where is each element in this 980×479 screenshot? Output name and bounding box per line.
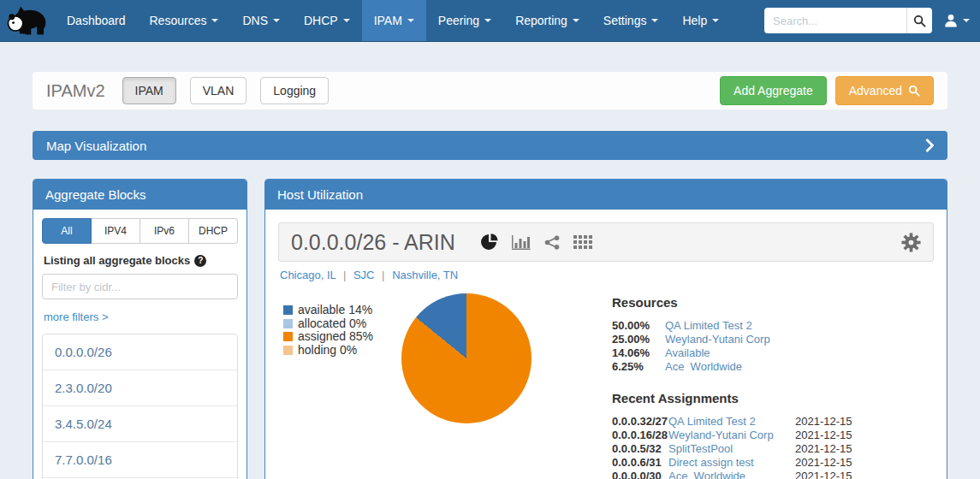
assignment-link[interactable]: Weyland-Yutani Corp	[668, 429, 795, 442]
host-utilization-panel: Host Utilization 0.0.0.0/26 - ARIN	[264, 179, 947, 479]
caret-down-icon	[651, 19, 658, 22]
nav-item-ipam[interactable]: IPAM	[362, 0, 426, 41]
aggregate-blocks-panel: Aggregate Blocks All IPV4 IPv6 DHCP List…	[33, 179, 247, 479]
location-link[interactable]: SJC	[353, 269, 375, 281]
resource-link[interactable]: Available	[665, 346, 869, 360]
legend-swatch	[283, 319, 293, 328]
utilization-content: available 14% allocated 0% assigned 85% …	[278, 281, 934, 479]
nav-item-settings[interactable]: Settings	[591, 0, 671, 41]
legend-item-assigned[interactable]: assigned 85%	[283, 330, 401, 344]
location-link[interactable]: Nashville, TN	[392, 269, 458, 281]
navbar-right	[764, 0, 980, 41]
caret-down-icon	[573, 19, 579, 22]
tab-vlan[interactable]: VLAN	[190, 77, 247, 104]
search-input[interactable]	[764, 8, 906, 33]
help-icon[interactable]: ?	[194, 255, 206, 267]
aggregate-block-item[interactable]: 7.7.0.0/16	[43, 442, 237, 478]
resource-link[interactable]: Weyland-Yutani Corp	[665, 333, 869, 346]
caret-down-icon	[712, 19, 719, 22]
search-button[interactable]	[906, 8, 932, 33]
aggregate-block-list: 0.0.0.0/26 2.3.0.0/20 3.4.5.0/24 7.7.0.0…	[42, 334, 238, 479]
add-aggregate-button[interactable]: Add Aggregate	[720, 76, 827, 105]
share-button[interactable]	[544, 235, 560, 250]
aggregate-block-item[interactable]: 2.3.0.0/20	[43, 370, 237, 406]
nav-item-dns[interactable]: DNS	[230, 0, 292, 41]
aggregate-block-item[interactable]: 3.4.5.0/24	[43, 406, 237, 442]
caret-down-icon	[484, 19, 491, 22]
resource-row: 50.00%QA Limited Test 2	[612, 319, 869, 333]
assignment-link[interactable]: Ace Worldwide	[668, 470, 795, 479]
tab-dhcp[interactable]: DHCP	[189, 218, 238, 244]
assignment-link[interactable]: SplitTestPool	[668, 442, 795, 456]
caret-down-icon	[211, 19, 218, 22]
assignment-row: 0.0.0.0/30Ace Worldwide2021-12-15	[612, 470, 869, 479]
nav-item-dhcp[interactable]: DHCP	[292, 0, 362, 41]
aggregate-filter-tabs: All IPV4 IPv6 DHCP	[42, 218, 238, 244]
chevron-right-icon	[925, 139, 934, 152]
nav-item-reporting[interactable]: Reporting	[503, 0, 591, 41]
search-icon	[908, 85, 920, 97]
panda-logo-icon	[5, 4, 50, 37]
tab-ipv6[interactable]: IPv6	[140, 218, 189, 244]
panels-row: Aggregate Blocks All IPV4 IPv6 DHCP List…	[33, 179, 947, 479]
caret-down-icon	[963, 19, 970, 22]
resource-link[interactable]: QA Limited Test 2	[665, 319, 869, 333]
tab-ipv4[interactable]: IPV4	[92, 218, 140, 244]
pie-chart-icon	[481, 234, 498, 251]
settings-button[interactable]	[901, 233, 921, 252]
user-icon	[944, 14, 958, 27]
pie-chart[interactable]	[401, 293, 532, 423]
legend-item-available[interactable]: available 14%	[283, 304, 401, 317]
nav-item-peering[interactable]: Peering	[426, 0, 503, 41]
nav-item-resources[interactable]: Resources	[138, 0, 231, 41]
view-toggle-icons	[481, 234, 592, 251]
resource-row: 6.25%Ace Worldwide	[612, 360, 869, 374]
assignment-link[interactable]: Direct assign test	[668, 456, 795, 470]
panda-logo[interactable]	[0, 0, 55, 41]
nav-item-help[interactable]: Help	[670, 0, 731, 41]
assignment-date: 2021-12-15	[795, 470, 869, 479]
bar-chart-view-button[interactable]	[512, 235, 531, 250]
assignment-row: 0.0.0.32/27QA Limited Test 22021-12-15	[612, 415, 869, 429]
tab-all[interactable]: All	[42, 218, 92, 244]
search-icon	[913, 15, 926, 27]
grid-view-button[interactable]	[573, 235, 592, 249]
caret-down-icon	[273, 19, 280, 22]
legend-swatch	[283, 346, 293, 355]
aggregate-block-item[interactable]: 0.0.0.0/26	[43, 334, 237, 370]
legend-swatch	[283, 332, 293, 341]
caret-down-icon	[343, 19, 350, 22]
map-visualization-toggle[interactable]: Map Visualization	[33, 131, 947, 160]
assignment-row: 0.0.0.6/31Direct assign test2021-12-15	[612, 456, 869, 470]
nav-item-dashboard[interactable]: Dashboard	[55, 0, 138, 41]
resource-row: 25.00%Weyland-Yutani Corp	[612, 333, 869, 346]
tab-logging[interactable]: Logging	[260, 77, 329, 104]
stats-column: Resources 50.00%QA Limited Test 2 25.00%…	[612, 293, 869, 479]
search-group	[764, 8, 932, 33]
block-title-strip: 0.0.0.0/26 - ARIN	[278, 222, 934, 262]
pie-chart-view-button[interactable]	[481, 234, 498, 251]
assignment-link[interactable]: QA Limited Test 2	[668, 415, 795, 429]
grid-icon	[573, 235, 592, 249]
aggregate-blocks-header: Aggregate Blocks	[33, 180, 246, 210]
listing-label: Listing all aggregate blocks ?	[44, 254, 236, 267]
aggregate-blocks-body: All IPV4 IPv6 DHCP Listing all aggregate…	[33, 210, 246, 479]
pie-legend: available 14% allocated 0% assigned 85% …	[283, 293, 401, 479]
host-utilization-header: Host Utilization	[265, 180, 947, 210]
assignment-row: 0.0.0.16/28Weyland-Yutani Corp2021-12-15	[612, 429, 869, 442]
resource-link[interactable]: Ace Worldwide	[665, 360, 869, 374]
location-link[interactable]: Chicago, IL	[280, 269, 336, 281]
recent-assignments-title: Recent Assignments	[612, 391, 869, 405]
block-title: 0.0.0.0/26 - ARIN	[291, 230, 455, 255]
assignment-row: 0.0.0.5/32SplitTestPool2021-12-15	[612, 442, 869, 456]
more-filters-link[interactable]: more filters >	[44, 310, 109, 323]
tab-ipam[interactable]: IPAM	[122, 77, 176, 104]
legend-item-allocated[interactable]: allocated 0%	[283, 317, 401, 331]
host-utilization-body: 0.0.0.0/26 - ARIN	[265, 210, 947, 479]
legend-item-holding[interactable]: holding 0%	[283, 344, 401, 358]
advanced-search-button[interactable]: Advanced	[835, 76, 934, 105]
user-menu[interactable]	[944, 14, 970, 27]
location-links: Chicago, IL | SJC | Nashville, TN	[280, 269, 932, 281]
cidr-filter-input[interactable]	[42, 274, 238, 299]
gear-icon	[901, 233, 921, 252]
